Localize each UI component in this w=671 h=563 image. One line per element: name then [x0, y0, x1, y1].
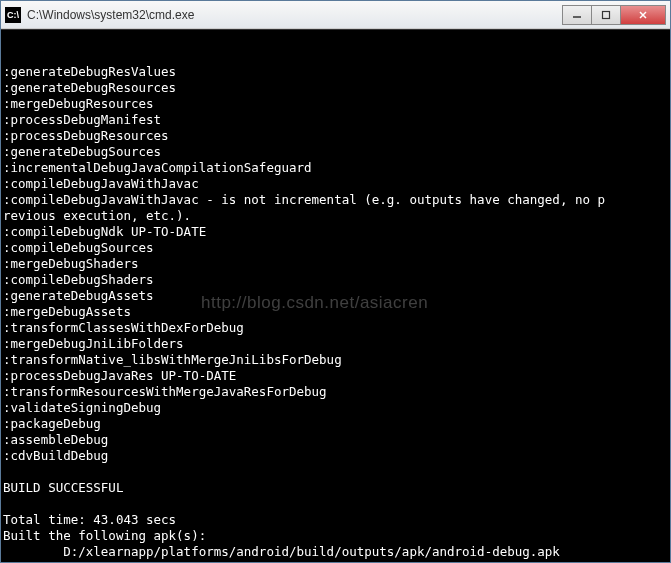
terminal-line: D:/xlearnapp/platforms/android/build/out… — [3, 544, 664, 560]
terminal-line: :generateDebugSources — [3, 144, 664, 160]
terminal-line: :compileDebugNdk UP-TO-DATE — [3, 224, 664, 240]
close-button[interactable] — [620, 5, 666, 25]
terminal-line: :generateDebugResValues — [3, 64, 664, 80]
terminal-line: :mergeDebugAssets — [3, 304, 664, 320]
svg-rect-1 — [603, 11, 610, 18]
terminal-line: Total time: 43.043 secs — [3, 512, 664, 528]
cmd-window: C:\ C:\Windows\system32\cmd.exe :generat… — [0, 0, 671, 563]
terminal-line: :mergeDebugResources — [3, 96, 664, 112]
terminal-line: BUILD SUCCESSFUL — [3, 480, 664, 496]
terminal-line: :processDebugResources — [3, 128, 664, 144]
terminal-line — [3, 464, 664, 480]
titlebar[interactable]: C:\ C:\Windows\system32\cmd.exe — [1, 1, 670, 29]
terminal-line: :mergeDebugJniLibFolders — [3, 336, 664, 352]
terminal-line — [3, 496, 664, 512]
cmd-icon: C:\ — [5, 7, 21, 23]
maximize-button[interactable] — [591, 5, 621, 25]
terminal-line: :processDebugJavaRes UP-TO-DATE — [3, 368, 664, 384]
minimize-button[interactable] — [562, 5, 592, 25]
terminal-line: :compileDebugJavaWithJavac - is not incr… — [3, 192, 664, 208]
terminal-line — [3, 560, 664, 562]
maximize-icon — [601, 10, 611, 20]
minimize-icon — [572, 10, 582, 20]
window-title: C:\Windows\system32\cmd.exe — [27, 8, 563, 22]
terminal-line: :incrementalDebugJavaCompilationSafeguar… — [3, 160, 664, 176]
close-icon — [638, 10, 648, 20]
terminal-line: :validateSigningDebug — [3, 400, 664, 416]
terminal-line: :generateDebugAssets — [3, 288, 664, 304]
terminal-line: revious execution, etc.). — [3, 208, 664, 224]
terminal-line: :transformResourcesWithMergeJavaResForDe… — [3, 384, 664, 400]
terminal-text: :generateDebugResValues:generateDebugRes… — [3, 64, 664, 562]
terminal-line: Built the following apk(s): — [3, 528, 664, 544]
terminal-line: :compileDebugJavaWithJavac — [3, 176, 664, 192]
terminal-line: :processDebugManifest — [3, 112, 664, 128]
terminal-line: :mergeDebugShaders — [3, 256, 664, 272]
terminal-output[interactable]: :generateDebugResValues:generateDebugRes… — [1, 29, 670, 562]
terminal-line: :packageDebug — [3, 416, 664, 432]
terminal-line: :cdvBuildDebug — [3, 448, 664, 464]
terminal-line: :compileDebugSources — [3, 240, 664, 256]
window-controls — [563, 5, 666, 25]
terminal-line: :assembleDebug — [3, 432, 664, 448]
terminal-line: :transformNative_libsWithMergeJniLibsFor… — [3, 352, 664, 368]
terminal-line: :transformClassesWithDexForDebug — [3, 320, 664, 336]
terminal-line: :compileDebugShaders — [3, 272, 664, 288]
terminal-line: :generateDebugResources — [3, 80, 664, 96]
